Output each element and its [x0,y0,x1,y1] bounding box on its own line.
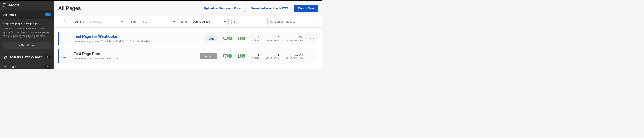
sidebar-nav-amp[interactable]: AMP 0 [0,62,54,69]
svg-rect-1 [4,4,6,7]
sort-select[interactable]: Date Modified [190,18,228,25]
action-label: Action: [75,20,84,23]
conversions-count: 0 [278,35,279,39]
more-actions-button[interactable] [306,32,318,45]
svg-point-11 [310,38,311,39]
sidebar-item-label: All Pages [3,13,16,16]
svg-rect-14 [224,55,227,57]
desktop-icon [223,54,228,58]
check-icon [242,37,245,40]
organize-text: Use the button below to create a new gro… [3,27,51,38]
rate-label: conversion rate [286,56,303,59]
sort-direction-button[interactable] [232,19,238,25]
row-checkbox[interactable] [63,37,66,40]
filter-select[interactable]: All... [139,18,178,25]
search-container [268,18,318,25]
page-url: unbouncepages.com/test-page-forms-1 [74,57,193,60]
sidebar-nav-popups[interactable]: POPUPS & STICKY BARS 0 [0,52,54,62]
bolt-icon [3,65,7,69]
svg-point-19 [312,56,312,56]
chevron-down-icon [121,21,123,22]
amp-count-badge: 0 [45,65,51,69]
sidebar-nav-label: POPUPS & STICKY BARS [10,56,43,59]
rate-value: 0% [298,35,303,39]
chevron-down-icon [224,21,226,22]
page-row: Test Page for Webhooks unbouncepages.com… [58,32,318,45]
check-icon [228,37,232,40]
organize-title: Organize pages with groups! [3,22,51,25]
sort-label: Sort: [181,20,187,23]
search-input[interactable] [275,20,315,23]
mobile-icon [238,37,240,40]
svg-point-4 [5,57,6,57]
sidebar-nav-label: AMP [10,65,16,69]
popups-count-badge: 0 [45,55,51,59]
all-pages-count-badge: 2 [45,13,51,16]
svg-point-10 [239,40,240,40]
page-title-link: Test Page Forms [74,52,193,56]
chevron-down-icon [173,21,175,22]
svg-point-12 [312,38,312,39]
target-icon [3,55,7,59]
create-new-button[interactable]: Create New [294,4,318,12]
check-icon [242,54,245,58]
svg-point-17 [239,57,240,57]
page-title-link[interactable]: Test Page for Webhooks [74,34,199,39]
sidebar-header-title: PAGES [8,3,19,7]
visitors-count: 0 [258,35,259,39]
mobile-icon [238,54,240,58]
page-type-badge: Beta [206,36,217,41]
page-row: Test Page Forms unbouncepages.com/test-p… [58,49,318,63]
select-all-checkbox[interactable] [64,20,68,23]
visitors-count: 1 [258,53,259,56]
desktop-icon [223,37,228,40]
svg-point-18 [310,56,311,56]
rate-label: conversion rate [286,39,303,42]
conversions-label: conversions [266,39,279,42]
visitors-label: visitors [252,56,259,59]
download-leads-button[interactable]: Download Your Leads CSV [247,4,292,12]
search-icon [270,20,273,23]
conversions-label: conversions [266,56,279,59]
page-type-badge: Standard [200,53,217,59]
svg-point-13 [313,38,314,39]
check-icon [228,54,232,58]
svg-line-6 [272,22,273,23]
more-actions-button[interactable] [306,49,318,63]
filter-label: Filter: [129,20,136,23]
page-url: unbouncepages.com/897b0b4a-d518-4cf0-b31… [74,40,199,43]
svg-rect-7 [224,37,227,39]
rate-value: 100% [295,53,303,56]
action-select[interactable]: Choose... [87,18,126,25]
sidebar-item-all-pages[interactable]: All Pages 2 [0,10,54,19]
row-checkbox[interactable] [63,54,66,58]
upload-page-button[interactable]: Upload an Unbounce Page [200,4,245,12]
svg-point-5 [270,20,272,22]
new-group-button[interactable]: + New Group [3,42,51,49]
page-title: All Pages [58,5,81,11]
visitors-label: visitors [252,39,259,42]
svg-point-20 [313,56,314,56]
pages-icon [3,3,6,7]
conversions-count: 1 [278,53,279,56]
